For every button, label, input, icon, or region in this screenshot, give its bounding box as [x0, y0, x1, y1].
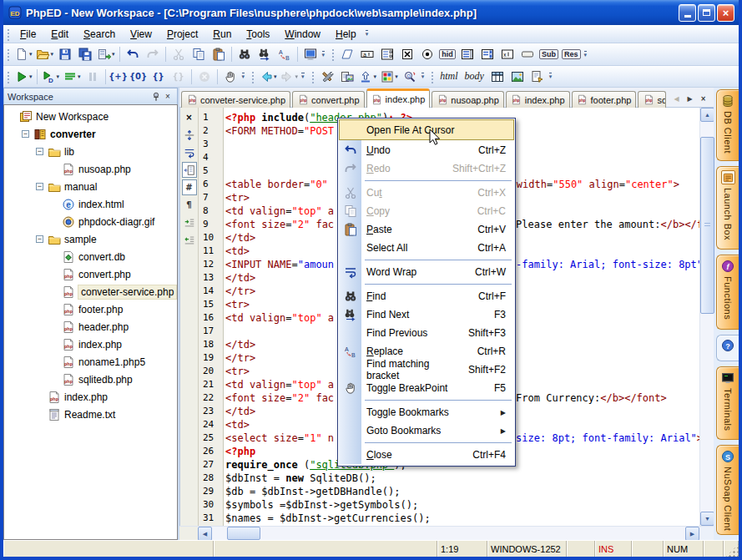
insert-listbox-button[interactable]: [458, 46, 477, 63]
context-menu-item-find-previous[interactable]: Find PreviousShift+F3: [339, 324, 514, 342]
toolbar-grip[interactable]: [430, 70, 434, 83]
tree-item-lib[interactable]: −lib: [4, 143, 177, 160]
context-menu-item-word-wrap[interactable]: Word WrapCtrl+W: [339, 263, 514, 281]
workspace-close-icon[interactable]: ×: [162, 91, 174, 103]
tree-item-header-php[interactable]: phpheader.php: [4, 318, 177, 335]
editor-tab-sqlitedb-ph[interactable]: phpsqlitedb.ph: [638, 91, 666, 108]
tab-terminals[interactable]: Terminals: [716, 366, 739, 440]
dropdown-arrow-icon[interactable]: ▾: [78, 73, 81, 80]
step-over-button[interactable]: {0}: [129, 68, 148, 85]
tree-item-convert-php[interactable]: phpconvert.php: [4, 265, 177, 283]
dropdown-arrow-icon[interactable]: ▾: [29, 51, 33, 58]
context-menu-item-copy[interactable]: CopyCtrl+C: [339, 202, 514, 220]
insert-image-button[interactable]: [508, 68, 527, 85]
insert-hidden-field-button[interactable]: hid: [438, 46, 457, 63]
tab-scroll-left[interactable]: ◀: [671, 93, 682, 104]
stop-button[interactable]: [195, 68, 214, 85]
toolbar-grip[interactable]: [250, 70, 255, 83]
tree-item-index-php[interactable]: phpindex.php: [4, 388, 177, 406]
dropdown-arrow-icon[interactable]: ▾: [374, 73, 377, 80]
dropdown-arrow-icon[interactable]: ▾: [57, 73, 60, 80]
menu-search[interactable]: Search: [76, 26, 123, 43]
sync-remote-button[interactable]: ▾: [96, 46, 116, 63]
tab-help[interactable]: ?: [716, 335, 739, 361]
insert-textarea-button[interactable]: x: [498, 46, 517, 63]
editor-tab-conveter-service-php[interactable]: phpconveter-service.php: [181, 91, 290, 108]
step-into-button[interactable]: {+}: [109, 68, 128, 85]
tree-item-index-html[interactable]: eindex.html: [4, 195, 177, 213]
save-button[interactable]: [56, 46, 74, 63]
dropdown-arrow-icon[interactable]: ▾: [395, 73, 398, 80]
insert-button-button[interactable]: [518, 46, 537, 63]
menu-project[interactable]: Project: [159, 26, 205, 43]
toolbar-grip[interactable]: [310, 70, 315, 83]
paste-button[interactable]: [209, 46, 228, 63]
tab-launch-box[interactable]: Launch Box: [716, 166, 739, 250]
dropdown-arrow-icon[interactable]: ▾: [274, 73, 277, 80]
open-file-button[interactable]: ▾: [35, 46, 55, 63]
insert-html-tag-button[interactable]: html: [437, 68, 460, 85]
word-wrap-toggle[interactable]: [182, 144, 197, 160]
insert-reset-button[interactable]: Res: [561, 46, 582, 63]
profiler-button[interactable]: ▾: [62, 68, 82, 85]
run-to-cursor-button[interactable]: {}: [169, 68, 188, 85]
insert-submit-button[interactable]: Sub: [538, 46, 559, 63]
navigate-back-button[interactable]: ▾: [258, 68, 278, 85]
menubar-grip[interactable]: [6, 28, 10, 41]
dropdown-arrow-icon[interactable]: ▾: [29, 73, 33, 80]
pin-icon[interactable]: [150, 91, 162, 103]
code-snippets-button[interactable]: [528, 68, 547, 85]
undo-button[interactable]: [124, 46, 142, 63]
menu-help[interactable]: Help: [328, 26, 364, 43]
outdent-button[interactable]: [182, 232, 197, 248]
colors-button[interactable]: ▾: [379, 68, 399, 85]
tree-item-new-workspace[interactable]: New Workspace: [4, 108, 177, 125]
insert-form-button[interactable]: [338, 46, 356, 63]
editor-tab-index-php[interactable]: phpindex.php: [506, 91, 570, 108]
insert-table-button[interactable]: [488, 68, 507, 85]
margin-toggle[interactable]: [182, 162, 197, 178]
tree-expander-icon[interactable]: −: [36, 148, 43, 155]
dropdown-arrow-icon[interactable]: ▾: [295, 73, 299, 80]
vertical-scrollbar[interactable]: ▲ ▼: [699, 108, 714, 526]
context-menu-item-redo[interactable]: RedoShift+Ctrl+Z: [339, 159, 514, 178]
context-menu-item-paste[interactable]: PasteCtrl+V: [339, 220, 514, 239]
cut-button[interactable]: [169, 46, 188, 63]
insert-radio-button[interactable]: [418, 46, 437, 63]
editor-tab-index-php[interactable]: phpindex.php: [366, 88, 431, 108]
tree-item-index-php[interactable]: phpindex.php: [4, 335, 177, 353]
insert-body-tag-button[interactable]: body: [462, 68, 487, 85]
tree-item-nusoap-php[interactable]: phpnusoap.php: [4, 160, 177, 178]
insert-checkbox-button[interactable]: [398, 46, 416, 63]
title-bar[interactable]: ED PhpED - New Workspace - [C:\Program F…: [3, 0, 739, 25]
menubar-overflow-chevron[interactable]: ▾: [366, 30, 369, 38]
toolbar-overflow-chevron[interactable]: ▾: [549, 73, 553, 80]
insert-text-input-button[interactable]: a: [358, 46, 376, 63]
redo-button[interactable]: [144, 46, 162, 63]
tree-item-phpdock-diagr-gif[interactable]: phpdock-diagr.gif: [4, 213, 177, 230]
tree-item-converter[interactable]: −converter: [4, 125, 177, 143]
toolbar-overflow-chevron[interactable]: ▾: [301, 73, 305, 80]
insert-combobox-button[interactable]: [478, 46, 497, 63]
tree-expander-icon[interactable]: −: [36, 235, 43, 243]
line-numbers-toggle[interactable]: #: [182, 179, 197, 195]
menu-tools[interactable]: Tools: [239, 26, 277, 43]
locate-in-browser-button[interactable]: Q: [401, 68, 419, 85]
codepage-view-button[interactable]: [301, 46, 320, 63]
minimize-button[interactable]: [679, 4, 696, 22]
scroll-up-icon[interactable]: ▲: [700, 108, 714, 122]
scroll-down-icon[interactable]: ▼: [700, 512, 714, 526]
navigate-forward-button[interactable]: ▾: [280, 68, 300, 85]
vertical-scroll-thumb[interactable]: [700, 137, 714, 314]
tree-item-noname1-php5[interactable]: phpnoname1.php5: [4, 353, 177, 371]
tree-expander-icon[interactable]: −: [22, 130, 29, 138]
editor-tab-convert-php[interactable]: phpconvert.php: [292, 91, 364, 108]
step-out-button[interactable]: {}: [149, 68, 168, 85]
editor-tab-footer-php[interactable]: phpfooter.php: [572, 91, 637, 108]
toolbar-overflow-chevron[interactable]: ▾: [584, 51, 588, 58]
menu-window[interactable]: Window: [277, 26, 328, 43]
context-menu-item-select-all[interactable]: Select AllCtrl+A: [339, 239, 514, 257]
horizontal-scrollbar[interactable]: ◀ ▶: [179, 526, 714, 540]
pause-button[interactable]: [83, 68, 102, 85]
run-in-debugger-button[interactable]: D▾: [41, 68, 61, 85]
